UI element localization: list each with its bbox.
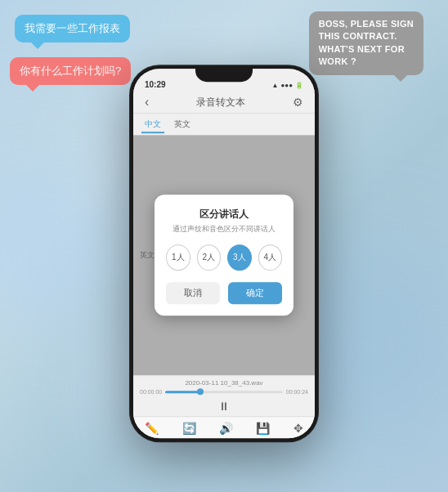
speech-bubble-blue: 我需要一些工作报表 [15, 15, 130, 42]
bubble-pink-line1: 你有什么工作计划吗? [20, 64, 121, 78]
refresh-icon[interactable]: 🔄 [182, 422, 196, 435]
move-icon[interactable]: ✥ [293, 422, 303, 435]
speech-bubble-pink: 你有什么工作计划吗? [10, 57, 131, 85]
back-button[interactable]: ‹ [145, 95, 149, 110]
bg-decoration-1 [0, 163, 123, 327]
phone-screen: 10:29 ▲ ●●● 🔋 ‹ 录音转文本 ⚙ 中文 英文 英文 区分讲话人 [133, 69, 315, 438]
speaker-option-1[interactable]: 1人 [166, 244, 190, 271]
language-tabs: 中文 英文 [133, 114, 315, 135]
title-bar: ‹ 录音转文本 ⚙ [133, 92, 315, 114]
speaker-dialog: 区分讲话人 通过声纹和音色区分不同讲话人 1人 2人 3人 4人 [155, 195, 293, 315]
bubble-gray-line3: WHAT'S NEXT FOR [319, 43, 414, 56]
speaker-option-3[interactable]: 3人 [227, 244, 252, 271]
player-bar: 2020-03-11 10_38_43.wav 00:00:00 00:00:2… [133, 375, 315, 416]
phone-frame: 10:29 ▲ ●●● 🔋 ‹ 录音转文本 ⚙ 中文 英文 英文 区分讲话人 [130, 65, 318, 441]
save-icon[interactable]: 💾 [256, 422, 270, 435]
speaker-options: 1人 2人 3人 4人 [166, 244, 282, 271]
filename: 2020-03-11 10_38_43.wav [140, 379, 308, 387]
bubble-gray-line1: BOSS, PLEASE SIGN [319, 18, 414, 30]
status-icons: ▲ ●●● 🔋 [272, 82, 303, 89]
tab-chinese[interactable]: 中文 [141, 117, 164, 133]
time-end: 00:00:24 [286, 389, 308, 395]
progress-fill [165, 391, 200, 393]
bubble-gray-line4: WORK ? [319, 56, 414, 68]
speech-bubble-gray: BOSS, PLEASE SIGN THIS CONTRACT. WHAT'S … [309, 11, 423, 75]
settings-icon[interactable]: ⚙ [293, 96, 303, 109]
bottom-toolbar: ✏️ 🔄 🔊 💾 ✥ [133, 416, 315, 438]
signal-icon: ●●● [281, 82, 293, 89]
dialog-buttons: 取消 确定 [166, 282, 282, 304]
play-pause-button[interactable]: ⏸ [218, 400, 230, 413]
dialog-subtitle: 通过声纹和音色区分不同讲话人 [166, 224, 282, 235]
screen-title: 录音转文本 [196, 96, 245, 110]
wifi-icon: ▲ [272, 82, 279, 89]
pencil-icon[interactable]: ✏️ [145, 422, 159, 435]
speaker-option-2[interactable]: 2人 [197, 244, 222, 271]
phone-notch [195, 65, 253, 82]
bubble-blue-line1: 我需要一些工作报表 [25, 21, 120, 36]
confirm-button[interactable]: 确定 [228, 282, 282, 304]
progress-dot [197, 388, 204, 395]
dialog-title: 区分讲话人 [166, 208, 282, 221]
status-time: 10:29 [145, 80, 166, 89]
progress-bar[interactable] [165, 391, 283, 393]
transcription-area: 英文 区分讲话人 通过声纹和音色区分不同讲话人 1人 2人 3人 [133, 135, 315, 375]
time-start: 00:00:00 [140, 389, 162, 395]
volume-icon[interactable]: 🔊 [219, 422, 233, 435]
playback-controls: ⏸ [140, 400, 308, 413]
tab-english[interactable]: 英文 [171, 117, 194, 133]
progress-row: 00:00:00 00:00:24 [140, 389, 308, 395]
bubble-gray-line2: THIS CONTRACT. [319, 30, 414, 42]
cancel-button[interactable]: 取消 [166, 282, 220, 304]
speaker-option-4[interactable]: 4人 [258, 244, 283, 271]
battery-icon: 🔋 [295, 82, 303, 89]
dialog-overlay: 区分讲话人 通过声纹和音色区分不同讲话人 1人 2人 3人 4人 [133, 135, 315, 375]
